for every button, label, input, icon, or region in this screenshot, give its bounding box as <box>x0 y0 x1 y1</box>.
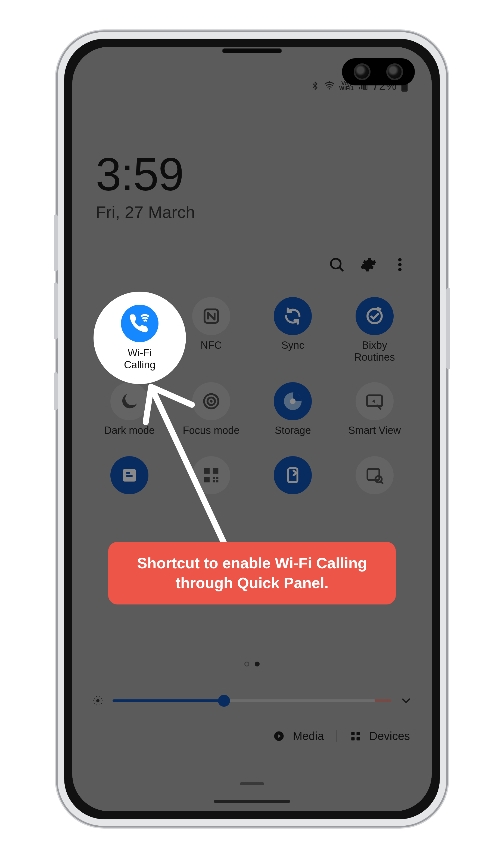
svg-rect-23 <box>216 477 218 479</box>
svg-rect-24 <box>213 480 215 482</box>
grid-icon <box>350 730 361 742</box>
tile-label: NFC <box>201 339 222 352</box>
search-icon[interactable] <box>328 256 345 273</box>
tile-clock[interactable] <box>88 456 170 511</box>
svg-rect-19 <box>204 468 210 474</box>
tile-focus-mode[interactable]: Focus mode <box>170 382 252 437</box>
gear-icon[interactable] <box>360 256 377 273</box>
quick-panel: Vo))WiFi1 72% 3:59 Fri, 27 March <box>72 47 432 811</box>
wifi-icon <box>324 80 336 91</box>
svg-point-14 <box>290 399 296 404</box>
chevron-down-icon[interactable] <box>400 694 413 707</box>
highlight-label: Wi-FiCalling <box>124 347 156 371</box>
volume-down-button[interactable] <box>54 282 58 339</box>
moon-icon <box>110 382 148 420</box>
brightness-icon <box>91 694 104 707</box>
svg-point-0 <box>329 88 330 90</box>
callout-text: Shortcut to enable Wi-Fi Calling through… <box>137 554 367 591</box>
disc-icon <box>274 382 312 420</box>
pager-dot[interactable] <box>244 662 249 667</box>
panel-handle[interactable] <box>240 782 264 785</box>
brightness-row <box>91 694 413 707</box>
svg-rect-25 <box>216 480 218 482</box>
bixby-icon <box>356 297 394 335</box>
tile-label: Smart View <box>348 425 401 437</box>
find-icon <box>356 456 394 494</box>
svg-point-4 <box>331 259 341 269</box>
tile-smart-view[interactable]: Smart View <box>334 382 416 437</box>
svg-rect-27 <box>368 469 379 480</box>
earpiece <box>222 48 282 53</box>
panel-actions <box>328 256 408 273</box>
svg-point-7 <box>398 268 402 271</box>
power-button[interactable] <box>446 288 450 369</box>
camera-lens <box>386 63 403 80</box>
tile-label: Sync <box>281 339 304 352</box>
devices-button[interactable]: Devices <box>370 730 410 743</box>
svg-point-5 <box>398 258 402 261</box>
highlight-wifi-calling[interactable]: Wi-FiCalling <box>94 292 186 384</box>
svg-point-6 <box>398 263 402 266</box>
tile-rotate[interactable] <box>252 456 334 511</box>
divider <box>337 730 337 742</box>
media-button[interactable]: Media <box>293 730 324 743</box>
svg-point-12 <box>210 400 213 402</box>
brightness-slider[interactable] <box>113 699 391 702</box>
tile-sync[interactable]: Sync <box>252 297 334 363</box>
tile-bixby-routines[interactable]: BixbyRoutines <box>334 297 416 363</box>
tile-label: BixbyRoutines <box>354 339 395 363</box>
front-camera-cutout <box>342 58 415 85</box>
cast-icon <box>356 382 394 420</box>
panel-footer: Media Devices <box>72 730 410 743</box>
sync-icon <box>274 297 312 335</box>
svg-rect-18 <box>126 475 133 477</box>
target-icon <box>192 382 230 420</box>
device-frame: Vo))WiFi1 72% 3:59 Fri, 27 March <box>58 32 446 826</box>
tile-label: Storage <box>275 425 311 437</box>
tile-qr[interactable] <box>170 456 252 511</box>
bixby-button[interactable] <box>54 372 58 410</box>
tile-label: Focus mode <box>183 425 240 437</box>
svg-rect-17 <box>126 472 130 474</box>
svg-rect-32 <box>351 732 355 735</box>
svg-rect-21 <box>204 477 210 482</box>
tile-dark-mode[interactable]: Dark mode <box>88 382 170 437</box>
play-circle-icon <box>273 730 284 742</box>
bluetooth-icon <box>310 80 320 91</box>
door-icon <box>274 456 312 494</box>
brightness-thumb[interactable] <box>218 695 230 707</box>
tile-find[interactable] <box>334 456 416 511</box>
pager-dot-active[interactable] <box>255 662 260 667</box>
clock-area: 3:59 Fri, 27 March <box>96 147 195 222</box>
volume-up-button[interactable] <box>54 214 58 271</box>
qr-icon <box>192 456 230 494</box>
wifi-calling-icon <box>121 305 159 342</box>
nav-home-pill[interactable] <box>214 800 290 803</box>
callout-banner: Shortcut to enable Wi-Fi Calling through… <box>108 542 396 604</box>
clock-date: Fri, 27 March <box>96 202 195 222</box>
canvas: Vo))WiFi1 72% 3:59 Fri, 27 March <box>0 0 504 858</box>
svg-rect-33 <box>356 732 360 735</box>
screen: Vo))WiFi1 72% 3:59 Fri, 27 March <box>72 47 432 811</box>
device-bezel: Vo))WiFi1 72% 3:59 Fri, 27 March <box>64 38 440 820</box>
nfc-icon <box>192 297 230 335</box>
page-indicator <box>72 662 432 667</box>
camera-lens <box>354 63 371 80</box>
svg-rect-34 <box>351 737 355 741</box>
svg-rect-22 <box>213 477 215 479</box>
clock-time: 3:59 <box>96 147 195 201</box>
tile-storage[interactable]: Storage <box>252 382 334 437</box>
svg-rect-20 <box>213 468 218 474</box>
svg-point-29 <box>96 699 99 702</box>
more-icon[interactable] <box>391 256 408 273</box>
clock-square-icon <box>110 456 148 494</box>
tile-label: Dark mode <box>104 425 155 437</box>
svg-rect-35 <box>356 737 360 741</box>
